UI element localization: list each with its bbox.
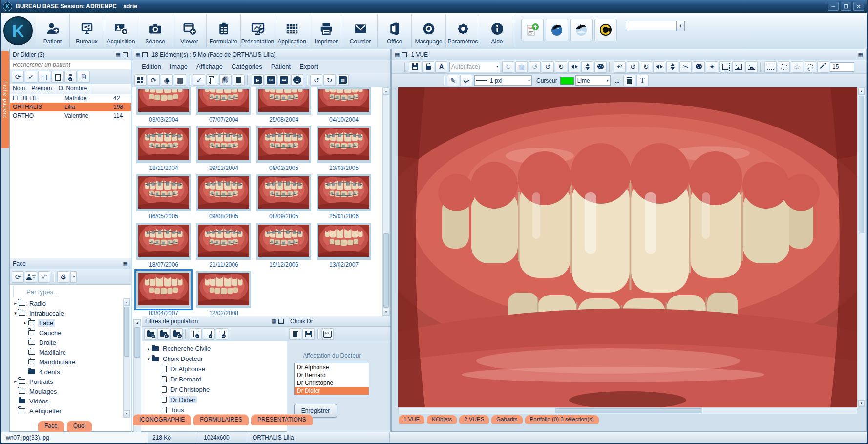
patient-search-input[interactable]	[10, 61, 131, 69]
palette-icon[interactable]	[594, 61, 607, 73]
polyline-icon[interactable]	[460, 75, 472, 86]
more-colors-button[interactable]: ...	[615, 77, 620, 84]
grid-icon[interactable]: ▦	[135, 52, 140, 57]
toolbar-button[interactable]: Bureaux	[70, 14, 104, 47]
copy-icon[interactable]	[206, 74, 218, 86]
tab[interactable]: 1 VUE	[399, 415, 424, 424]
refresh-icon[interactable]: ⟳	[12, 71, 24, 83]
toolbar-button[interactable]: Présentation	[241, 14, 275, 47]
toolbar-button[interactable]: Patient	[36, 14, 70, 47]
folder-add-icon[interactable]	[144, 328, 156, 340]
tree-group-label[interactable]: Par types...	[13, 286, 131, 297]
text-tool-icon[interactable]: T	[636, 75, 649, 86]
tab[interactable]: 2 VUES	[459, 415, 489, 424]
star-select-icon[interactable]: ☆	[791, 61, 803, 73]
toolbar-button[interactable]: Formulaire	[207, 14, 241, 47]
thumbnail[interactable]: 09/08/2005	[196, 174, 251, 222]
rect-select-icon[interactable]	[764, 61, 777, 73]
tree-item[interactable]: Droite	[11, 338, 123, 347]
orca-icon[interactable]	[546, 19, 568, 41]
thumbnail[interactable]: 29/12/2004	[196, 126, 251, 173]
code-icon[interactable]	[321, 328, 334, 340]
ellipse-select-icon[interactable]	[778, 61, 790, 73]
tab[interactable]: ICONOGRAPHIE	[133, 414, 191, 425]
tree-arrow-icon[interactable]: ▸	[22, 320, 28, 325]
form-icon[interactable]: ▤	[38, 71, 50, 83]
tree-item[interactable]: ▾ Choix Docteur	[144, 354, 286, 364]
mail-icon[interactable]: ✉	[265, 74, 277, 86]
flip-horizontal-icon[interactable]	[568, 61, 580, 73]
add-user-icon[interactable]	[64, 71, 77, 83]
thumbnail[interactable]: 03/04/2007	[136, 271, 191, 316]
image-save-icon[interactable]	[745, 61, 758, 73]
tree-item[interactable]: Maxillaire	[11, 347, 123, 357]
tree-item[interactable]: ▾ Intrabuccale	[11, 308, 123, 318]
tab[interactable]: Face	[38, 421, 64, 432]
tree-item[interactable]: ▸ Face	[11, 318, 123, 328]
folder-delete-icon[interactable]	[157, 328, 169, 340]
toolbar-button[interactable]: Masquage	[412, 14, 446, 47]
rotate-left-free-icon[interactable]: ↺	[529, 61, 541, 73]
grid-icon[interactable]: ▦	[116, 52, 121, 57]
tree-item[interactable]: Vidéos	[11, 396, 123, 406]
rotate-left-icon[interactable]: ↺	[627, 61, 639, 73]
paste-icon[interactable]: 🗐	[219, 74, 232, 86]
tree-arrow-icon[interactable]: ▸	[13, 301, 18, 306]
restore-icon[interactable]	[142, 52, 148, 57]
rotate-left-icon[interactable]: ↺	[310, 74, 322, 86]
tree-arrow-icon[interactable]: ▾	[146, 357, 151, 361]
app-menu-button[interactable]: K	[3, 16, 33, 45]
rotate-free-icon[interactable]: ↻	[502, 61, 514, 73]
copy-icon[interactable]	[51, 71, 64, 83]
tab[interactable]: KObjets	[427, 415, 457, 424]
restore-icon[interactable]	[123, 52, 128, 57]
minimize-button[interactable]: ─	[828, 2, 839, 11]
thumbnail[interactable]: 19/12/2006	[256, 223, 311, 270]
table-row[interactable]: FEUILLIE Mathilde 42	[10, 94, 131, 103]
thumbnail[interactable]: 25/08/2004	[256, 87, 311, 125]
tree-scrollbar[interactable]: ▲ ▼	[123, 298, 130, 418]
thumbnail[interactable]: 09/02/2005	[256, 126, 311, 173]
gear-icon[interactable]: ⚙	[57, 271, 69, 283]
menu-item[interactable]: Export	[295, 62, 322, 72]
font-tool-icon[interactable]: A	[435, 61, 447, 73]
lasso-icon[interactable]	[804, 61, 816, 73]
rotate-right-90-icon[interactable]: ↻	[555, 61, 567, 73]
grid-overlay-icon[interactable]: ▦	[515, 61, 528, 73]
maximize-button[interactable]: ❐	[841, 2, 851, 11]
trash-icon[interactable]	[289, 328, 301, 340]
toolbar-button[interactable]: Paramètres	[446, 14, 480, 47]
menu-item[interactable]: Catégories	[227, 62, 267, 72]
tree-item[interactable]: Dr Bernard	[144, 374, 286, 384]
toolbar-button[interactable]: Application	[275, 14, 309, 47]
windows-icon[interactable]	[134, 74, 147, 86]
thumbnail[interactable]: 21/11/2006	[196, 223, 251, 270]
tree-item[interactable]: ▸ Portraits	[11, 377, 123, 386]
tree-item[interactable]: Dr Alphonse	[144, 364, 286, 374]
column-header[interactable]: O. Nombre	[55, 84, 90, 94]
table-row[interactable]: ORTHO Valentine 114	[10, 111, 131, 120]
table-row[interactable]: ORTHALIS Lilia 198	[10, 103, 131, 111]
trash-icon[interactable]	[233, 74, 245, 86]
grid-icon[interactable]: ▦	[858, 52, 863, 57]
doc-multi-icon[interactable]	[216, 328, 228, 340]
pen-size-combo[interactable]: 1 pxl ▾	[474, 75, 532, 86]
thumbnail[interactable]: 03/03/2004	[136, 87, 191, 125]
spinner-buttons[interactable]: ▲▼	[676, 21, 685, 31]
column-header[interactable]: Nom	[10, 84, 28, 94]
quick-search-input[interactable]	[626, 21, 676, 30]
thumbnail[interactable]: 18/07/2006	[136, 223, 191, 270]
menu-item[interactable]: Image	[166, 62, 192, 72]
grid-icon[interactable]: ▦	[123, 261, 128, 266]
list-item[interactable]: Dr Alphonse	[295, 363, 369, 371]
thumbnail[interactable]: 13/02/2007	[317, 223, 371, 270]
tab[interactable]: PRESENTATIONS	[251, 414, 313, 425]
column-header[interactable]: Prénom	[28, 84, 55, 94]
list-item[interactable]: Dr Didier	[295, 387, 369, 395]
tree-item[interactable]: Dr Christophe	[144, 384, 286, 395]
thumbnail[interactable]: 08/09/2005	[256, 174, 311, 222]
menu-item[interactable]: Affichage	[192, 62, 227, 72]
toolbar-button[interactable]: Viewer	[172, 14, 207, 47]
tree-item[interactable]: Gauche	[11, 328, 123, 338]
thumbnail[interactable]: 18/11/2004	[136, 126, 191, 173]
